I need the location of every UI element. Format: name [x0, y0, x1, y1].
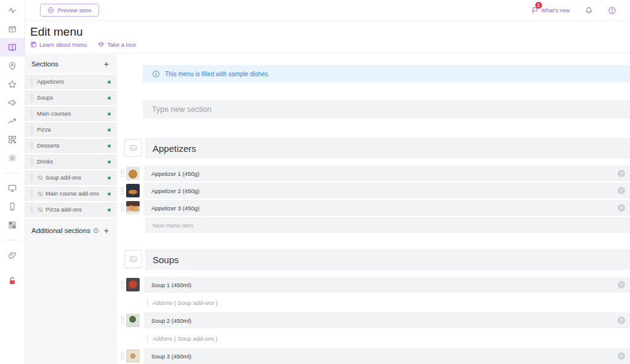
new-section-input[interactable] — [143, 100, 630, 119]
section-list-item-label: Pizza add-ons — [46, 207, 82, 213]
item-help-icon[interactable]: ? — [618, 170, 625, 177]
eye-off-icon — [37, 207, 43, 213]
section-list-item[interactable]: Appetizers — [25, 74, 117, 90]
drag-handle-icon[interactable] — [121, 316, 124, 325]
menu-item-photo[interactable] — [126, 349, 140, 363]
drag-handle-icon[interactable] — [121, 352, 124, 360]
trend-up-icon — [7, 116, 17, 126]
section-title-bar[interactable]: Appetizers — [145, 138, 630, 159]
section-list-item[interactable]: Desserts — [25, 138, 117, 154]
preview-store-button[interactable]: Preview store — [40, 4, 99, 17]
menu-item-photo[interactable] — [126, 184, 140, 197]
addon-row[interactable]: Addons ( Soup add-ons ) — [146, 332, 630, 344]
section-list-item[interactable]: Drinks — [25, 154, 117, 170]
take-a-tour-label: Take a tour — [107, 41, 136, 48]
drag-handle-icon[interactable] — [30, 142, 33, 150]
learn-about-menu-link[interactable]: Learn about menu — [30, 41, 87, 48]
section-list-item[interactable]: Pizza add-ons — [25, 202, 117, 218]
active-status-dot — [108, 208, 111, 212]
section-list-item[interactable]: Soup add-ons — [25, 170, 117, 186]
menu-book-icon — [7, 42, 17, 52]
help-button[interactable] — [608, 6, 616, 15]
rail-item-menu[interactable] — [0, 38, 25, 57]
section-list-item[interactable]: Pizza — [25, 122, 117, 138]
notifications-button[interactable] — [584, 6, 593, 15]
menu-item-photo[interactable] — [126, 314, 140, 327]
section-list-item-label: Main courses — [37, 111, 71, 117]
menu-item-bar[interactable]: Appetizer 2 (450g)? — [144, 183, 630, 199]
section-list: AppetizersSoupsMain coursesPizzaDesserts… — [25, 73, 117, 218]
notification-badge: 1 — [535, 2, 542, 9]
drag-handle-icon[interactable] — [30, 110, 33, 118]
drag-handle-icon[interactable] — [121, 280, 124, 289]
help-circle-icon[interactable] — [93, 228, 99, 234]
section-image-placeholder[interactable] — [124, 139, 142, 157]
section-title-bar[interactable]: Soups — [145, 249, 630, 270]
menu-item-photo[interactable] — [126, 167, 140, 180]
add-additional-section-button[interactable]: + — [104, 226, 109, 235]
menu-section: AppetizersAppetizer 1 (450g)?Appetizer 2… — [117, 138, 630, 233]
menu-item-bar[interactable]: Soup 2 (450ml)? — [144, 312, 630, 328]
active-status-dot — [108, 160, 111, 164]
new-menu-item-row[interactable]: New menu item — [145, 217, 630, 233]
item-help-icon[interactable]: ? — [618, 352, 625, 360]
section-list-item-label: Main course add-ons — [46, 191, 99, 197]
tour-icon — [98, 41, 105, 48]
item-help-icon[interactable]: ? — [618, 317, 625, 324]
menu-item-photo[interactable] — [126, 201, 140, 215]
section-list-item[interactable]: Main courses — [25, 106, 117, 122]
eye-icon — [47, 7, 54, 14]
take-a-tour-link[interactable]: Take a tour — [98, 41, 136, 48]
menu-item-bar[interactable]: Appetizer 3 (450g)? — [144, 200, 630, 216]
drag-handle-icon[interactable] — [30, 206, 33, 214]
drag-handle-icon[interactable] — [30, 190, 33, 198]
menu-item-bar[interactable]: Appetizer 1 (450g)? — [144, 165, 630, 181]
bell-icon — [584, 6, 593, 15]
drag-handle-icon[interactable] — [121, 204, 124, 212]
rail-item-integrations[interactable] — [0, 246, 25, 264]
drag-handle-icon[interactable] — [30, 158, 33, 166]
rail-item-qr-codes[interactable] — [0, 130, 25, 149]
menu-section: SoupsSoup 1 (450ml)?Addons ( Soup add-on… — [117, 249, 630, 364]
addon-label: Addons ( Soup add-ons ) — [153, 299, 218, 306]
rail-item-mobile-view[interactable] — [0, 197, 25, 216]
rail-item-locked-feature[interactable] — [0, 272, 25, 290]
add-section-button[interactable]: + — [104, 60, 109, 68]
drag-handle-icon[interactable] — [121, 169, 124, 178]
active-status-dot — [108, 176, 111, 180]
menu-item-name: Appetizer 3 (450g) — [151, 205, 199, 212]
rail-item-desktop-view[interactable] — [0, 179, 25, 197]
additional-sections-header: Additional sections + — [25, 218, 117, 235]
menu-item-photo[interactable] — [126, 278, 140, 291]
rail-item-settings[interactable] — [0, 149, 25, 167]
item-help-icon[interactable]: ? — [618, 204, 625, 212]
banner-text: This menu is filled with sample dishes. — [165, 71, 269, 77]
menu-item-bar[interactable]: Soup 1 (450ml)? — [144, 277, 630, 293]
section-image-placeholder[interactable] — [124, 250, 142, 268]
drag-handle-icon[interactable] — [121, 186, 124, 195]
drag-handle-icon[interactable] — [146, 334, 149, 342]
rail-item-reviews[interactable] — [0, 75, 25, 93]
drag-handle-icon[interactable] — [146, 299, 149, 306]
drag-handle-icon[interactable] — [30, 94, 33, 102]
section-list-item-label: Appetizers — [37, 79, 64, 85]
whats-new-button[interactable]: 1 What's new — [531, 6, 570, 14]
addon-row[interactable]: Addons ( Soup add-ons ) — [146, 296, 630, 309]
section-list-item[interactable]: Main course add-ons — [25, 186, 117, 202]
location-pin-icon — [7, 61, 17, 71]
drag-handle-icon[interactable] — [30, 174, 33, 182]
rail-item-locations[interactable] — [0, 57, 25, 75]
rail-item-activity[interactable] — [0, 1, 25, 20]
rail-item-statistics[interactable] — [0, 112, 25, 130]
rail-item-apps[interactable] — [0, 216, 25, 234]
rail-item-orders[interactable] — [0, 20, 25, 38]
page-title: Edit menu — [30, 21, 630, 39]
addon-label: Addons ( Soup add-ons ) — [153, 335, 218, 342]
item-help-icon[interactable]: ? — [618, 281, 625, 288]
drag-handle-icon[interactable] — [30, 126, 33, 134]
drag-handle-icon[interactable] — [30, 78, 33, 86]
rail-item-marketing[interactable] — [0, 93, 25, 112]
section-list-item[interactable]: Soups — [25, 90, 117, 106]
menu-item-bar[interactable]: Soup 3 (450ml)? — [144, 348, 630, 364]
item-help-icon[interactable]: ? — [618, 187, 625, 194]
